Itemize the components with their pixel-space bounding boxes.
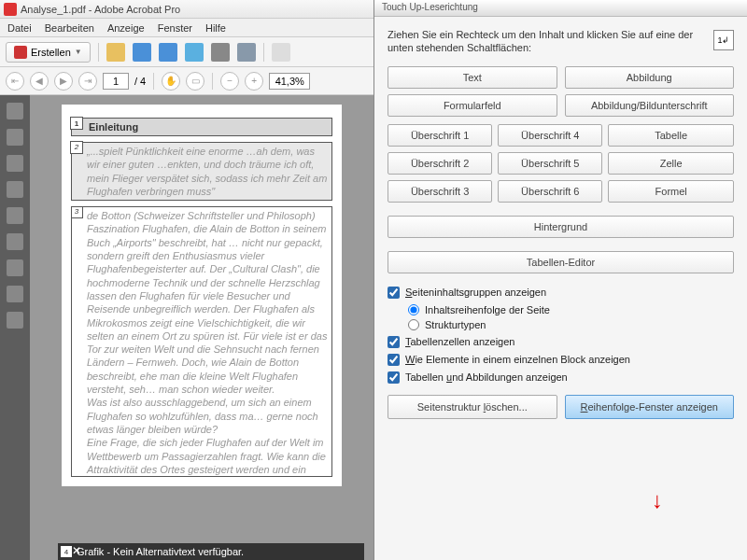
save-icon[interactable]: [133, 43, 151, 62]
menu-file[interactable]: Datei: [7, 22, 32, 34]
tag-number: 4: [60, 545, 73, 558]
quote-text: „...spielt Pünktlichkeit eine enorme …ah…: [87, 146, 327, 197]
radio[interactable]: [408, 319, 419, 330]
btn-h1[interactable]: Überschrift 1: [388, 124, 492, 147]
btn-formfield[interactable]: Formularfeld: [388, 94, 557, 117]
menu-edit[interactable]: Bearbeiten: [45, 22, 94, 34]
attachments-icon[interactable]: [7, 155, 23, 172]
btn-figure-caption[interactable]: Abbildung/Bildunterschrift: [565, 94, 735, 117]
radio[interactable]: [408, 304, 419, 315]
tag-quote[interactable]: 2 „...spielt Pünktlichkeit eine enorme ……: [71, 142, 332, 201]
create-icon: [14, 46, 27, 59]
tag-figure-warning[interactable]: 4 ✕ Grafik - Kein Alternativtext verfügb…: [58, 543, 364, 560]
first-page-icon[interactable]: ⇤: [6, 72, 24, 91]
annotation-arrow: [652, 487, 663, 513]
btn-show-order-panel[interactable]: Reihenfolge-Fenster anzeigen: [565, 395, 735, 419]
chk-single-block[interactable]: Wie Elemente in einem einzelnen Block an…: [388, 354, 734, 366]
instructions: Ziehen Sie ein Rechteck um den Inhalt un…: [388, 28, 734, 55]
page-input[interactable]: [103, 73, 129, 90]
btn-formula[interactable]: Formel: [608, 180, 734, 203]
create-label: Erstellen: [31, 47, 71, 58]
chk-table-cells[interactable]: Tabellenzellen anzeigen: [388, 336, 734, 348]
checkbox-area: Seiteninhaltsgruppen anzeigen Inhaltsrei…: [388, 287, 734, 384]
label: Strukturtypen: [425, 319, 486, 330]
tag-number: 1: [70, 117, 83, 130]
create-button[interactable]: Erstellen ▼: [6, 42, 91, 63]
page-total: / 4: [134, 76, 146, 87]
zoom-in-icon[interactable]: +: [245, 72, 263, 91]
toolbar-nav: ⇤ ◀ ▶ ⇥ / 4 ✋ ▭ − + 41,3%: [0, 67, 374, 95]
reading-order-icon[interactable]: 1↲: [713, 30, 734, 50]
document-area[interactable]: 1 Einleitung 2 „...spielt Pünktlichkeit …: [30, 95, 374, 560]
order-icon[interactable]: [7, 233, 23, 250]
window-title: Analyse_1.pdf - Adobe Acrobat Pro: [21, 4, 180, 15]
save-as-icon[interactable]: [159, 43, 177, 62]
panel-title: Touch Up-Leserichtung: [374, 0, 747, 17]
btn-h4[interactable]: Überschrift 4: [498, 124, 602, 147]
toolbar-main: Erstellen ▼: [0, 37, 374, 67]
nav-pane: [0, 95, 30, 560]
menu-view[interactable]: Anzeige: [107, 22, 145, 34]
checkbox[interactable]: [388, 336, 400, 348]
btn-text[interactable]: Text: [388, 66, 557, 89]
tag-heading[interactable]: 1 Einleitung: [71, 118, 332, 136]
prev-page-icon[interactable]: ◀: [30, 72, 49, 91]
tag-number: 2: [70, 141, 83, 154]
bookmarks-icon[interactable]: [7, 129, 23, 146]
label: Inhaltsreihenfolge der Seite: [425, 304, 550, 315]
layers-icon[interactable]: [7, 207, 23, 224]
tool-icon[interactable]: [272, 43, 290, 62]
tag-number: 3: [71, 206, 83, 218]
select-tool-icon[interactable]: ▭: [186, 72, 204, 91]
figure-warning-text: Grafik - Kein Alternativtext verfügbar.: [77, 546, 244, 557]
tag-body[interactable]: 3 de Botton (Schweizer Schriftsteller un…: [71, 206, 332, 477]
body-text: de Botton (Schweizer Schriftsteller und …: [87, 210, 327, 477]
btn-figure[interactable]: Abbildung: [565, 66, 735, 89]
hand-tool-icon[interactable]: ✋: [162, 72, 180, 91]
last-page-icon[interactable]: ⇥: [78, 72, 97, 91]
chk-content-groups[interactable]: Seiteninhaltsgruppen anzeigen: [388, 287, 734, 299]
checkbox[interactable]: [388, 371, 400, 384]
btn-cell[interactable]: Zelle: [608, 152, 734, 175]
print-icon[interactable]: [211, 43, 230, 62]
signatures-icon[interactable]: [7, 181, 23, 198]
open-icon[interactable]: [106, 43, 125, 62]
zoom-level[interactable]: 41,3%: [269, 73, 310, 90]
content-icon[interactable]: [7, 286, 23, 302]
btn-table[interactable]: Tabelle: [608, 124, 734, 147]
radio-page-order[interactable]: Inhaltsreihenfolge der Seite: [408, 304, 734, 315]
checkbox[interactable]: [388, 354, 400, 366]
next-page-icon[interactable]: ▶: [54, 72, 73, 91]
workarea: 1 Einleitung 2 „...spielt Pünktlichkeit …: [0, 95, 374, 560]
cross-icon: ✕: [72, 544, 81, 557]
menu-help[interactable]: Hilfe: [205, 22, 226, 34]
btn-background[interactable]: Hintergrund: [388, 216, 734, 238]
btn-h2[interactable]: Überschrift 2: [388, 152, 492, 175]
titlebar: Analyse_1.pdf - Adobe Acrobat Pro: [0, 0, 374, 19]
btn-h5[interactable]: Überschrift 5: [498, 152, 602, 175]
btn-clear-structure[interactable]: Seitenstruktur löschen...: [388, 395, 557, 419]
tags-icon[interactable]: [7, 259, 23, 276]
thumbnails-icon[interactable]: [7, 103, 23, 119]
model-tree-icon[interactable]: [7, 312, 23, 329]
btn-table-editor[interactable]: Tabellen-Editor: [388, 251, 734, 273]
chk-tables-figures[interactable]: Tabellen und Abbildungen anzeigen: [388, 371, 734, 384]
acrobat-window: Analyse_1.pdf - Adobe Acrobat Pro Datei …: [0, 0, 374, 560]
btn-h6[interactable]: Überschrift 6: [498, 180, 602, 203]
btn-h3[interactable]: Überschrift 3: [388, 180, 492, 203]
pdf-icon: [4, 3, 17, 16]
menubar: Datei Bearbeiten Anzeige Fenster Hilfe: [0, 19, 374, 37]
panel-body: 1↲ Ziehen Sie ein Rechteck um den Inhalt…: [374, 17, 747, 560]
checkbox[interactable]: [388, 287, 400, 299]
heading-text: Einleitung: [89, 121, 138, 133]
label: eiteninhaltsgruppen anzeigen: [412, 287, 546, 298]
radio-structure-types[interactable]: Strukturtypen: [408, 319, 734, 330]
cloud-icon[interactable]: [237, 43, 256, 62]
touchup-panel: Touch Up-Leserichtung 1↲ Ziehen Sie ein …: [374, 0, 747, 560]
menu-window[interactable]: Fenster: [158, 22, 192, 34]
chevron-down-icon: ▼: [75, 48, 82, 56]
pdf-page: 1 Einleitung 2 „...spielt Pünktlichkeit …: [62, 105, 342, 486]
zoom-out-icon[interactable]: −: [220, 72, 239, 91]
mail-icon[interactable]: [185, 43, 204, 62]
